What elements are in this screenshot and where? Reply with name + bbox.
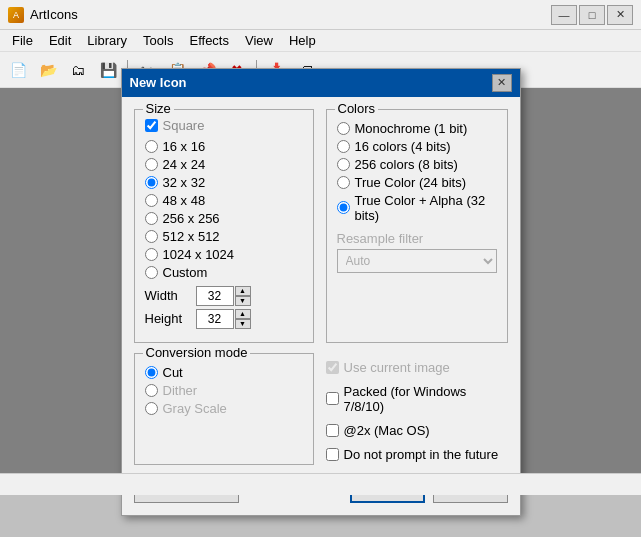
size-label-custom: Custom (163, 265, 208, 280)
size-label-48x48: 48 x 48 (163, 193, 206, 208)
dialog-content: Size Square 16 x 16 2 (122, 97, 520, 477)
browse-button[interactable]: 🗂 (64, 56, 92, 84)
size-inputs: Width ▲ ▼ Height (145, 286, 303, 329)
menu-bar: File Edit Library Tools Effects View Hel… (0, 30, 641, 52)
size-radio-32x32[interactable] (145, 176, 158, 189)
conversion-group: Conversion mode Cut Dither Gray Sca (134, 353, 314, 465)
size-label-24x24: 24 x 24 (163, 157, 206, 172)
width-spin-buttons: ▲ ▼ (235, 286, 251, 306)
save-button[interactable]: 💾 (94, 56, 122, 84)
menu-library[interactable]: Library (79, 30, 135, 52)
menu-effects[interactable]: Effects (181, 30, 237, 52)
height-row: Height ▲ ▼ (145, 309, 303, 329)
size-radio-48x48[interactable] (145, 194, 158, 207)
color-label-tc24: True Color (24 bits) (355, 175, 467, 190)
color-option-tc24: True Color (24 bits) (337, 175, 497, 190)
main-area: New Icon ✕ Size Square (0, 88, 641, 495)
use-current-checkbox[interactable] (326, 361, 339, 374)
size-radio-custom[interactable] (145, 266, 158, 279)
color-radio-mono[interactable] (337, 122, 350, 135)
height-spin-buttons: ▲ ▼ (235, 309, 251, 329)
size-option-256x256: 256 x 256 (145, 211, 303, 226)
square-check-container: Square (145, 118, 303, 133)
size-option-custom: Custom (145, 265, 303, 280)
conversion-radio-cut[interactable] (145, 366, 158, 379)
menu-edit[interactable]: Edit (41, 30, 79, 52)
color-radio-tc24[interactable] (337, 176, 350, 189)
dialog-title-bar: New Icon ✕ (122, 69, 520, 97)
square-label[interactable]: Square (163, 118, 205, 133)
width-input[interactable] (196, 286, 234, 306)
close-button[interactable]: ✕ (607, 5, 633, 25)
size-option-24x24: 24 x 24 (145, 157, 303, 172)
conversion-label-grayscale: Gray Scale (163, 401, 227, 416)
color-radio-tc32[interactable] (337, 201, 350, 214)
menu-file[interactable]: File (4, 30, 41, 52)
conversion-radio-dither[interactable] (145, 384, 158, 397)
size-label-512x512: 512 x 512 (163, 229, 220, 244)
new-button[interactable]: 📄 (4, 56, 32, 84)
open-button[interactable]: 📂 (34, 56, 62, 84)
color-option-tc32: True Color + Alpha (32 bits) (337, 193, 497, 223)
square-checkbox[interactable] (145, 119, 158, 132)
resample-label: Resample filter (337, 231, 497, 246)
width-row: Width ▲ ▼ (145, 286, 303, 306)
color-radio-16col[interactable] (337, 140, 350, 153)
dialog-close-button[interactable]: ✕ (492, 74, 512, 92)
menu-tools[interactable]: Tools (135, 30, 181, 52)
new-icon-dialog: New Icon ✕ Size Square (121, 68, 521, 516)
use-current-label: Use current image (344, 360, 450, 375)
height-down-button[interactable]: ▼ (235, 319, 251, 329)
minimize-button[interactable]: — (551, 5, 577, 25)
size-radio-16x16[interactable] (145, 140, 158, 153)
color-radio-256col[interactable] (337, 158, 350, 171)
color-label-256col: 256 colors (8 bits) (355, 157, 458, 172)
menu-view[interactable]: View (237, 30, 281, 52)
size-label-16x16: 16 x 16 (163, 139, 206, 154)
size-label-32x32: 32 x 32 (163, 175, 206, 190)
conversion-group-label: Conversion mode (143, 345, 251, 360)
width-spinner: ▲ ▼ (196, 286, 251, 306)
packed-checkbox[interactable] (326, 392, 339, 405)
size-group: Size Square 16 x 16 2 (134, 109, 314, 343)
no-prompt-checkbox[interactable] (326, 448, 339, 461)
conversion-radio-grayscale[interactable] (145, 402, 158, 415)
conversion-label-dither: Dither (163, 383, 198, 398)
size-radio-512x512[interactable] (145, 230, 158, 243)
resample-select[interactable]: Auto (337, 249, 497, 273)
options-group: Use current image Packed (for Windows 7/… (326, 353, 508, 465)
size-label-1024x1024: 1024 x 1024 (163, 247, 235, 262)
status-bar (0, 473, 641, 495)
width-down-button[interactable]: ▼ (235, 296, 251, 306)
title-controls: — □ ✕ (551, 5, 633, 25)
height-up-button[interactable]: ▲ (235, 309, 251, 319)
option-at2x: @2x (Mac OS) (326, 423, 508, 438)
color-label-tc32: True Color + Alpha (32 bits) (355, 193, 497, 223)
color-option-16col: 16 colors (4 bits) (337, 139, 497, 154)
at2x-label: @2x (Mac OS) (344, 423, 430, 438)
size-radio-256x256[interactable] (145, 212, 158, 225)
dialog-bottom-section: Conversion mode Cut Dither Gray Sca (134, 353, 508, 465)
conversion-cut: Cut (145, 365, 303, 380)
width-up-button[interactable]: ▲ (235, 286, 251, 296)
option-use-current: Use current image (326, 360, 508, 375)
conversion-dither: Dither (145, 383, 303, 398)
size-option-16x16: 16 x 16 (145, 139, 303, 154)
size-label-256x256: 256 x 256 (163, 211, 220, 226)
height-input[interactable] (196, 309, 234, 329)
height-label: Height (145, 311, 190, 326)
size-radio-1024x1024[interactable] (145, 248, 158, 261)
option-no-prompt: Do not prompt in the future (326, 447, 508, 462)
color-option-256col: 256 colors (8 bits) (337, 157, 497, 172)
size-option-48x48: 48 x 48 (145, 193, 303, 208)
size-option-1024x1024: 1024 x 1024 (145, 247, 303, 262)
maximize-button[interactable]: □ (579, 5, 605, 25)
colors-group-label: Colors (335, 101, 379, 116)
size-group-label: Size (143, 101, 174, 116)
dialog-overlay: New Icon ✕ Size Square (0, 88, 641, 495)
menu-help[interactable]: Help (281, 30, 324, 52)
app-title: ArtIcons (30, 7, 78, 22)
at2x-checkbox[interactable] (326, 424, 339, 437)
color-label-16col: 16 colors (4 bits) (355, 139, 451, 154)
size-radio-24x24[interactable] (145, 158, 158, 171)
